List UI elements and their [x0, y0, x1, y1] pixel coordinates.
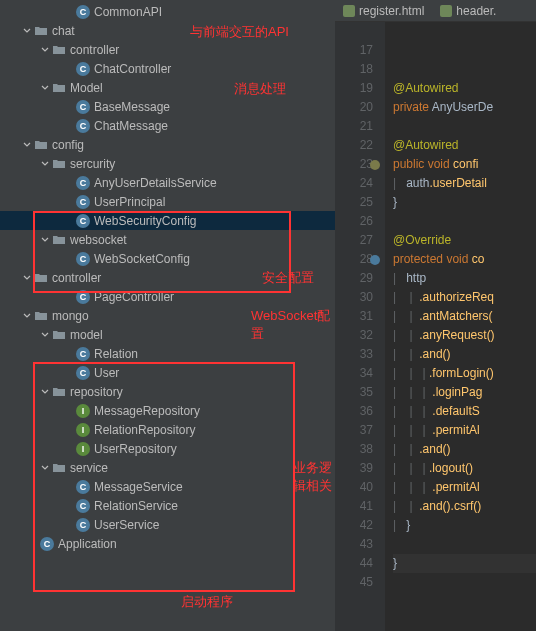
chevron-down-icon[interactable]	[40, 463, 50, 473]
gutter-line[interactable]: 20	[335, 98, 373, 117]
tree-item-config[interactable]: config	[0, 135, 335, 154]
code-line[interactable]: | | | .logout()	[393, 459, 536, 478]
gutter-line[interactable]: 39	[335, 459, 373, 478]
chevron-down-icon[interactable]	[22, 140, 32, 150]
code-line[interactable]	[393, 535, 536, 554]
tree-item-user[interactable]: CUser	[0, 363, 335, 382]
chevron-down-icon[interactable]	[22, 273, 32, 283]
gutter-line[interactable]: 42	[335, 516, 373, 535]
chevron-down-icon[interactable]	[40, 83, 50, 93]
gutter-line[interactable]: 21	[335, 117, 373, 136]
tree-item-websocket[interactable]: websocket	[0, 230, 335, 249]
tree-item-anyuserdetailsservice[interactable]: CAnyUserDetailsService	[0, 173, 335, 192]
gutter-line[interactable]: 19	[335, 79, 373, 98]
code-line[interactable]: private AnyUserDe	[393, 98, 536, 117]
override-mark-icon[interactable]	[369, 158, 381, 170]
gutter-line[interactable]: 35	[335, 383, 373, 402]
code-line[interactable]: }	[393, 554, 536, 573]
code-line[interactable]: | http	[393, 269, 536, 288]
gutter-line[interactable]: 28	[335, 250, 373, 269]
code-line[interactable]: @Autowired	[393, 79, 536, 98]
chevron-down-icon[interactable]	[40, 330, 50, 340]
tree-item-basemessage[interactable]: CBaseMessage	[0, 97, 335, 116]
tree-item-repository[interactable]: repository	[0, 382, 335, 401]
gutter-line[interactable]: 34	[335, 364, 373, 383]
code-line[interactable]: }	[393, 193, 536, 212]
code-line[interactable]	[393, 117, 536, 136]
tree-item-relation[interactable]: CRelation	[0, 344, 335, 363]
code-line[interactable]: | | | .permitAl	[393, 421, 536, 440]
chevron-down-icon[interactable]	[40, 387, 50, 397]
gutter-line[interactable]: 37	[335, 421, 373, 440]
chevron-down-icon[interactable]	[40, 235, 50, 245]
tree-item-userservice[interactable]: CUserService	[0, 515, 335, 534]
code-line[interactable]: | | | .formLogin()	[393, 364, 536, 383]
gutter-line[interactable]: 18	[335, 60, 373, 79]
gutter-line[interactable]: 45	[335, 573, 373, 592]
code-line[interactable]	[393, 41, 536, 60]
tree-item-userrepository[interactable]: IUserRepository	[0, 439, 335, 458]
tree-item-service[interactable]: service	[0, 458, 335, 477]
tab-register[interactable]: register.html	[335, 0, 432, 21]
tree-item-pagecontroller[interactable]: CPageController	[0, 287, 335, 306]
tree-item-controller[interactable]: controller	[0, 40, 335, 59]
tree-item-controller[interactable]: controller	[0, 268, 335, 287]
code-line[interactable]: | | .authorizeReq	[393, 288, 536, 307]
gutter-line[interactable]: 31	[335, 307, 373, 326]
gutter-line[interactable]: 17	[335, 41, 373, 60]
project-tree[interactable]: CCommonAPIchatcontrollerCChatControllerM…	[0, 0, 335, 553]
gutter-line[interactable]: 22	[335, 136, 373, 155]
code-line[interactable]	[393, 212, 536, 231]
code-line[interactable]: protected void co	[393, 250, 536, 269]
gutter-line[interactable]: 26	[335, 212, 373, 231]
tree-item-userprincipal[interactable]: CUserPrincipal	[0, 192, 335, 211]
tree-item-websocketconfig[interactable]: CWebSocketConfig	[0, 249, 335, 268]
code-area[interactable]: @Autowiredprivate AnyUserDe@Autowiredpub…	[385, 22, 536, 631]
gutter-line[interactable]	[335, 22, 373, 41]
gutter-line[interactable]: 27	[335, 231, 373, 250]
code-line[interactable]: | }	[393, 516, 536, 535]
chevron-down-icon[interactable]	[40, 45, 50, 55]
gutter-line[interactable]: 25	[335, 193, 373, 212]
code-line[interactable]	[393, 60, 536, 79]
code-line[interactable]: | | .antMatchers(	[393, 307, 536, 326]
tree-item-model[interactable]: Model	[0, 78, 335, 97]
tree-item-application[interactable]: CApplication	[0, 534, 335, 553]
tree-item-websecurityconfig[interactable]: CWebSecurityConfig	[0, 211, 335, 230]
tree-item-chatcontroller[interactable]: CChatController	[0, 59, 335, 78]
tree-item-messageservice[interactable]: CMessageService	[0, 477, 335, 496]
code-line[interactable]	[393, 22, 536, 41]
code-line[interactable]: | | .and().csrf()	[393, 497, 536, 516]
tree-item-commonapi[interactable]: CCommonAPI	[0, 2, 335, 21]
gutter-line[interactable]: 44	[335, 554, 373, 573]
code-line[interactable]: | | .and()	[393, 345, 536, 364]
override-mark-icon[interactable]	[369, 253, 381, 265]
code-line[interactable]: | auth.userDetail	[393, 174, 536, 193]
gutter-line[interactable]: 29	[335, 269, 373, 288]
tree-item-model[interactable]: model	[0, 325, 335, 344]
gutter-line[interactable]: 30	[335, 288, 373, 307]
code-line[interactable]: | | .and()	[393, 440, 536, 459]
gutter-line[interactable]: 24	[335, 174, 373, 193]
code-line[interactable]: public void confi	[393, 155, 536, 174]
tree-item-chatmessage[interactable]: CChatMessage	[0, 116, 335, 135]
code-line[interactable]: | | | .permitAl	[393, 478, 536, 497]
gutter-line[interactable]: 41	[335, 497, 373, 516]
code-line[interactable]: @Override	[393, 231, 536, 250]
tree-item-sercurity[interactable]: sercurity	[0, 154, 335, 173]
gutter-line[interactable]: 32	[335, 326, 373, 345]
code-line[interactable]: | | | .loginPag	[393, 383, 536, 402]
gutter-line[interactable]: 36	[335, 402, 373, 421]
gutter-line[interactable]: 33	[335, 345, 373, 364]
code-line[interactable]: | | .anyRequest()	[393, 326, 536, 345]
code-line[interactable]: @Autowired	[393, 136, 536, 155]
gutter-line[interactable]: 38	[335, 440, 373, 459]
tree-item-messagerepository[interactable]: IMessageRepository	[0, 401, 335, 420]
tree-item-mongo[interactable]: mongo	[0, 306, 335, 325]
chevron-down-icon[interactable]	[22, 311, 32, 321]
tree-item-chat[interactable]: chat	[0, 21, 335, 40]
gutter[interactable]: 1718192021222324252627282930313233343536…	[335, 22, 385, 631]
tree-item-relationservice[interactable]: CRelationService	[0, 496, 335, 515]
gutter-line[interactable]: 40	[335, 478, 373, 497]
code-line[interactable]: | | | .defaultS	[393, 402, 536, 421]
